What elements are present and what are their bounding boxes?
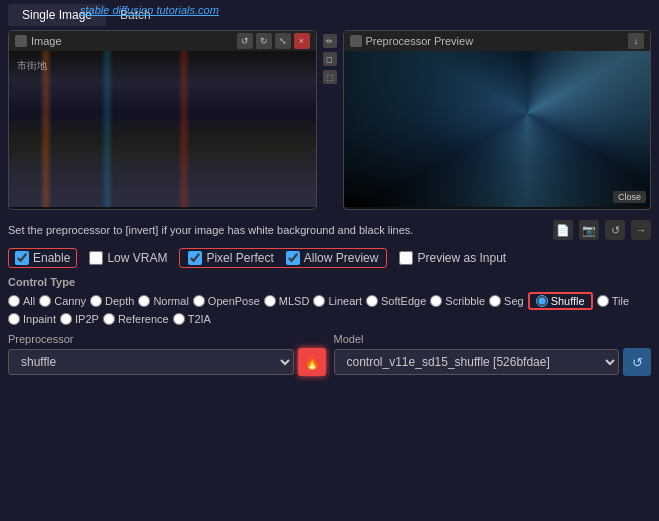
side-btn-1[interactable]: ✏ xyxy=(323,34,337,48)
control-type-radio-depth[interactable] xyxy=(90,295,102,307)
control-type-t2ia[interactable]: T2IA xyxy=(173,313,211,325)
control-type-label-mlsd: MLSD xyxy=(279,295,310,307)
control-type-radio-t2ia[interactable] xyxy=(173,313,185,325)
control-type-radio-tile[interactable] xyxy=(597,295,609,307)
control-type-label-scribble: Scribble xyxy=(445,295,485,307)
model-controls: control_v11e_sd15_shuffle [526bfdae] ↺ xyxy=(334,348,652,376)
low-vram-checkbox-item[interactable]: Low VRAM xyxy=(89,251,167,265)
control-type-label-canny: Canny xyxy=(54,295,86,307)
control-type-ip2p[interactable]: IP2P xyxy=(60,313,99,325)
control-type-radio-normal[interactable] xyxy=(138,295,150,307)
low-vram-label: Low VRAM xyxy=(107,251,167,265)
control-type-radio-ip2p[interactable] xyxy=(60,313,72,325)
control-type-label-inpaint: Inpaint xyxy=(23,313,56,325)
control-type-scribble[interactable]: Scribble xyxy=(430,292,485,310)
city-image-display xyxy=(9,51,316,207)
image-panel-icon xyxy=(15,35,27,47)
control-type-shuffle[interactable]: Shuffle xyxy=(528,292,593,310)
pixel-perfect-checkbox[interactable] xyxy=(188,251,202,265)
pixel-allow-group: Pixel Perfect Allow Preview xyxy=(179,248,387,268)
preview-as-input-checkbox[interactable] xyxy=(399,251,413,265)
control-type-radio-openpose[interactable] xyxy=(193,295,205,307)
control-type-tile[interactable]: Tile xyxy=(597,292,629,310)
control-type-reference[interactable]: Reference xyxy=(103,313,169,325)
control-type-all[interactable]: All xyxy=(8,292,35,310)
control-type-label-shuffle: Shuffle xyxy=(551,295,585,307)
control-type-label-ip2p: IP2P xyxy=(75,313,99,325)
control-type-depth[interactable]: Depth xyxy=(90,292,134,310)
low-vram-checkbox[interactable] xyxy=(89,251,103,265)
control-type-radio-shuffle[interactable] xyxy=(536,295,548,307)
control-type-radio-seg[interactable] xyxy=(489,295,501,307)
info-camera-btn[interactable]: 📷 xyxy=(579,220,599,240)
control-type-label-normal: Normal xyxy=(153,295,188,307)
control-type-label-lineart: Lineart xyxy=(328,295,362,307)
image-panel-controls: ↺ ↻ ⤡ × xyxy=(237,33,310,49)
model-select[interactable]: control_v11e_sd15_shuffle [526bfdae] xyxy=(334,349,620,375)
preprocessor-panel-icon xyxy=(350,35,362,47)
preview-as-input-checkbox-item[interactable]: Preview as Input xyxy=(399,251,506,265)
control-type-mlsd[interactable]: MLSD xyxy=(264,292,310,310)
info-text: Set the preprocessor to [invert] if your… xyxy=(8,224,545,236)
control-type-radio-inpaint[interactable] xyxy=(8,313,20,325)
preprocessor-panel-controls: ↓ xyxy=(628,33,644,49)
control-type-seg[interactable]: Seg xyxy=(489,292,524,310)
model-refresh-btn[interactable]: ↺ xyxy=(623,348,651,376)
enable-checkbox[interactable] xyxy=(15,251,29,265)
control-type-label: Control Type xyxy=(0,272,659,290)
checkboxes-row: Enable Low VRAM Pixel Perfect Allow Prev… xyxy=(0,244,659,272)
preprocessor-label: Preprocessor xyxy=(8,333,326,345)
control-type-normal[interactable]: Normal xyxy=(138,292,188,310)
control-type-radio-canny[interactable] xyxy=(39,295,51,307)
control-type-openpose[interactable]: OpenPose xyxy=(193,292,260,310)
side-btn-2[interactable]: ◻ xyxy=(323,52,337,66)
image-panel-title: Image xyxy=(31,35,233,47)
preprocessor-select[interactable]: shuffle xyxy=(8,349,294,375)
preprocessor-canvas[interactable]: Close xyxy=(344,51,651,207)
image-rotate-right-btn[interactable]: ↻ xyxy=(256,33,272,49)
control-type-radio-softedge[interactable] xyxy=(366,295,378,307)
info-refresh-btn[interactable]: ↺ xyxy=(605,220,625,240)
preprocessor-fire-btn[interactable]: 🔥 xyxy=(298,348,326,376)
pixel-perfect-label: Pixel Perfect xyxy=(206,251,273,265)
preview-as-input-label: Preview as Input xyxy=(417,251,506,265)
allow-preview-checkbox-item[interactable]: Allow Preview xyxy=(286,251,379,265)
control-type-label-softedge: SoftEdge xyxy=(381,295,426,307)
control-type-canny[interactable]: Canny xyxy=(39,292,86,310)
preprocessor-download-btn[interactable]: ↓ xyxy=(628,33,644,49)
control-type-radio-lineart[interactable] xyxy=(313,295,325,307)
control-type-radio-all[interactable] xyxy=(8,295,20,307)
preprocessor-panel-header: Preprocessor Preview ↓ xyxy=(344,31,651,51)
info-row: Set the preprocessor to [invert] if your… xyxy=(0,214,659,244)
info-arrow-btn[interactable]: → xyxy=(631,220,651,240)
enable-label: Enable xyxy=(33,251,70,265)
preprocessor-close-overlay[interactable]: Close xyxy=(613,191,646,203)
side-btn-3[interactable]: ⬚ xyxy=(323,70,337,84)
preprocessor-model-row: Preprocessor shuffle 🔥 Model control_v11… xyxy=(0,327,659,380)
control-type-radio-reference[interactable] xyxy=(103,313,115,325)
control-type-grid: AllCannyDepthNormalOpenPoseMLSDLineartSo… xyxy=(0,290,659,327)
image-expand-btn[interactable]: ⤡ xyxy=(275,33,291,49)
info-doc-btn[interactable]: 📄 xyxy=(553,220,573,240)
images-row: Image ↺ ↻ ⤡ × ✏ ◻ ⬚ Preprocessor Previ xyxy=(0,26,659,214)
control-type-inpaint[interactable]: Inpaint xyxy=(8,313,56,325)
watermark: stable diffusion tutorials.com xyxy=(80,4,219,16)
enable-checkbox-item[interactable]: Enable xyxy=(8,248,77,268)
allow-preview-checkbox[interactable] xyxy=(286,251,300,265)
image-panel-header: Image ↺ ↻ ⤡ × xyxy=(9,31,316,51)
control-type-radio-scribble[interactable] xyxy=(430,295,442,307)
control-type-lineart[interactable]: Lineart xyxy=(313,292,362,310)
control-type-radio-mlsd[interactable] xyxy=(264,295,276,307)
preprocessor-panel-title: Preprocessor Preview xyxy=(366,35,625,47)
allow-preview-label: Allow Preview xyxy=(304,251,379,265)
image-rotate-left-btn[interactable]: ↺ xyxy=(237,33,253,49)
preprocessor-controls: shuffle 🔥 xyxy=(8,348,326,376)
swirl-image-display xyxy=(344,51,651,207)
control-type-label-tile: Tile xyxy=(612,295,629,307)
image-close-btn[interactable]: × xyxy=(294,33,310,49)
pixel-perfect-checkbox-item[interactable]: Pixel Perfect xyxy=(188,251,273,265)
control-type-label-t2ia: T2IA xyxy=(188,313,211,325)
control-type-label-depth: Depth xyxy=(105,295,134,307)
image-canvas[interactable] xyxy=(9,51,316,207)
control-type-softedge[interactable]: SoftEdge xyxy=(366,292,426,310)
